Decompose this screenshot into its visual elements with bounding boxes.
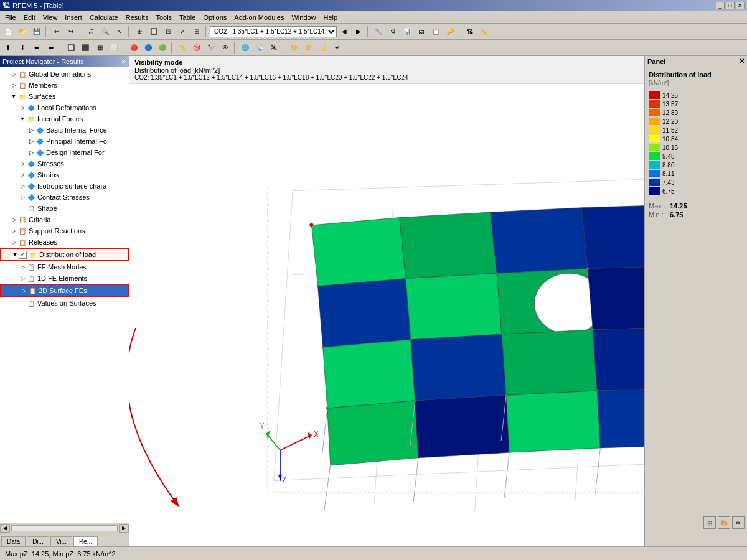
- app-close-btn[interactable]: ✕: [736, 2, 745, 9]
- zoom-btn[interactable]: 🔍: [98, 26, 112, 38]
- tree-criteria[interactable]: ▷ 📋 Criteria: [0, 214, 129, 225]
- redo-btn[interactable]: ↪: [64, 26, 78, 38]
- t2b2[interactable]: ⬇: [16, 42, 29, 54]
- scroll-right[interactable]: ▶: [119, 524, 129, 533]
- principal-internal-icon: 🔷: [35, 136, 45, 146]
- menu-options[interactable]: Options: [199, 12, 230, 22]
- t2b20[interactable]: 🔅: [301, 42, 315, 54]
- t2b1[interactable]: ⬆: [1, 42, 15, 54]
- t1b13[interactable]: 🗂: [415, 26, 428, 38]
- tab-re[interactable]: Re...: [73, 536, 98, 546]
- t2b19[interactable]: 🔆: [287, 42, 301, 54]
- app-maximize-btn[interactable]: □: [726, 2, 735, 9]
- save-btn[interactable]: 💾: [30, 26, 44, 38]
- t1b10[interactable]: 🔧: [372, 26, 385, 38]
- menu-edit[interactable]: Edit: [20, 12, 39, 22]
- open-btn[interactable]: 📂: [16, 26, 29, 38]
- tree-local-def[interactable]: ▷ 🔷 Local Deformations: [0, 102, 129, 113]
- t1b6[interactable]: 🔲: [147, 26, 161, 38]
- t1b14[interactable]: 📋: [429, 26, 443, 38]
- menu-results[interactable]: Results: [122, 12, 153, 22]
- t1b16[interactable]: 🏗: [463, 26, 477, 38]
- t2b10[interactable]: 🔵: [141, 42, 155, 54]
- panel-icon-3[interactable]: ✏: [732, 516, 745, 529]
- t1b5[interactable]: ⊕: [133, 26, 146, 38]
- t2b17[interactable]: 📡: [253, 42, 266, 54]
- load-combo[interactable]: CO2 - 1.35*LC1 + 1.5*LC12 + 1.5*LC14: [210, 26, 337, 37]
- panel-close-btn[interactable]: ✕: [739, 57, 745, 65]
- 3d-canvas[interactable]: X Y Z: [129, 84, 644, 546]
- t2b11[interactable]: 🟢: [156, 42, 169, 54]
- isotropic-label: Isotropic surface chara: [37, 182, 106, 190]
- tree-1d-fe[interactable]: ▷ 📋 1D FE Elements: [0, 273, 129, 284]
- tree-basic-internal[interactable]: ▷ 🔷 Basic Internal Force: [0, 124, 129, 136]
- t1b7[interactable]: ⊡: [161, 26, 175, 38]
- t1b11[interactable]: ⚙: [386, 26, 400, 38]
- tree-dist-load[interactable]: ▼ ✓ 📁 Distribution of load: [0, 248, 129, 261]
- t2b16[interactable]: 🌐: [238, 42, 252, 54]
- t2b9[interactable]: 🔴: [127, 42, 141, 54]
- t2b3[interactable]: ⬅: [30, 42, 44, 54]
- nav-fwd[interactable]: ▶: [352, 26, 365, 38]
- t1b8[interactable]: ↗: [176, 26, 189, 38]
- t2b13[interactable]: 🎯: [190, 42, 204, 54]
- tree-isotropic[interactable]: ▷ 🔷 Isotropic surface chara: [0, 180, 129, 192]
- menu-window[interactable]: Window: [288, 12, 319, 22]
- scroll-left[interactable]: ◀: [0, 524, 10, 533]
- tree-strains[interactable]: ▷ 🔷 Strains: [0, 169, 129, 180]
- menu-addons[interactable]: Add-on Modules: [230, 12, 288, 22]
- menu-help[interactable]: Help: [320, 12, 342, 22]
- menu-table[interactable]: Table: [176, 12, 199, 22]
- panel-icon-2[interactable]: 🎨: [718, 516, 730, 529]
- tree-stresses[interactable]: ▷ 🔷 Stresses: [0, 158, 129, 169]
- t2b18[interactable]: 🛰: [267, 42, 281, 54]
- tree-surfaces[interactable]: ▼ 📁 Surfaces: [0, 91, 129, 102]
- tree-global-def[interactable]: ▷ 📋 Global Deformations: [0, 68, 129, 80]
- t2b12[interactable]: 📏: [176, 42, 189, 54]
- t2b6[interactable]: ⬛: [78, 42, 92, 54]
- 2d-surface-label: 2D Surface FEs: [39, 287, 87, 294]
- panel-icon-1[interactable]: ⊞: [703, 516, 716, 529]
- tree-2d-surface[interactable]: ▷ 📋 2D Surface FEs: [0, 284, 129, 297]
- new-btn[interactable]: 📄: [1, 26, 15, 38]
- tree-values-surfaces[interactable]: ▷ 📋 Values on Surfaces: [0, 297, 129, 309]
- tree-support-reactions[interactable]: ▷ 📋 Support Reactions: [0, 225, 129, 236]
- t1b15[interactable]: 🔑: [443, 26, 457, 38]
- menu-file[interactable]: File: [1, 12, 20, 22]
- t2b22[interactable]: ☀: [330, 42, 344, 54]
- t1b9[interactable]: ⊞: [190, 26, 204, 38]
- menu-calculate[interactable]: Calculate: [86, 12, 122, 22]
- tab-vi[interactable]: Vi...: [50, 536, 72, 546]
- menu-view[interactable]: View: [39, 12, 62, 22]
- app-minimize-btn[interactable]: _: [716, 2, 725, 9]
- tree-design-internal[interactable]: ▷ 🔷 Design Internal For: [0, 147, 129, 158]
- t2b21[interactable]: 🌙: [316, 42, 329, 54]
- select-btn[interactable]: ↖: [113, 26, 126, 38]
- t1b12[interactable]: 📊: [400, 26, 414, 38]
- tree-internal-forces[interactable]: ▼ 📁 Internal Forces: [0, 113, 129, 124]
- tree-contact-stresses[interactable]: ▷ 🔷 Contact Stresses: [0, 192, 129, 203]
- tree-shape[interactable]: ▷ 📋 Shape: [0, 203, 129, 214]
- t2b8[interactable]: ⬜: [107, 42, 121, 54]
- tree-fe-mesh-nodes[interactable]: ▷ 📋 FE Mesh Nodes: [0, 261, 129, 273]
- strains-icon: 🔷: [26, 170, 36, 180]
- tree-members[interactable]: ▷ 📋 Members: [0, 80, 129, 91]
- t2b4[interactable]: ➡: [44, 42, 58, 54]
- navigator-close[interactable]: ✕: [121, 58, 126, 66]
- t2b5[interactable]: 🔲: [64, 42, 78, 54]
- undo-btn[interactable]: ↩: [50, 26, 63, 38]
- tree-releases[interactable]: ▷ 📋 Releases: [0, 236, 129, 248]
- menu-tools[interactable]: Tools: [152, 12, 176, 22]
- dist-load-check[interactable]: ✓: [19, 251, 27, 259]
- tab-data[interactable]: Data: [1, 536, 26, 546]
- t1b17[interactable]: 📐: [477, 26, 491, 38]
- nav-back[interactable]: ◀: [337, 26, 351, 38]
- menu-insert[interactable]: Insert: [61, 12, 86, 22]
- t2b15[interactable]: 👁: [218, 42, 232, 54]
- tab-di[interactable]: Di...: [27, 536, 49, 546]
- tree-principal-internal[interactable]: ▷ 🔷 Principal Internal Fo: [0, 136, 129, 147]
- print-btn[interactable]: 🖨: [84, 26, 98, 38]
- t2b14[interactable]: 🔭: [204, 42, 218, 54]
- t2b7[interactable]: ▦: [93, 42, 106, 54]
- horizontal-scrollbar[interactable]: ◀ ▶: [0, 523, 129, 533]
